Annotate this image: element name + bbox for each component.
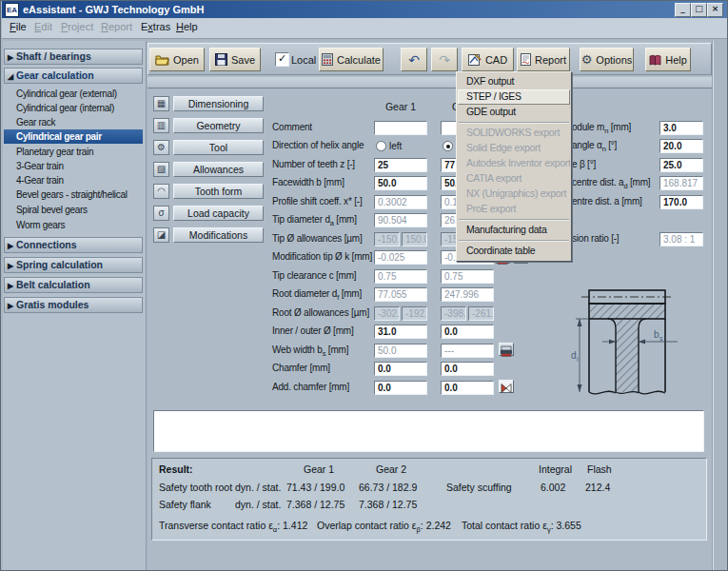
modifications-button[interactable]: Modifications bbox=[173, 227, 264, 243]
safety-tooth-root-gear2-value: 66.73 / 182.9 bbox=[359, 482, 417, 493]
report-document-icon bbox=[521, 53, 531, 66]
geometry-icon[interactable]: ▥ bbox=[153, 118, 169, 133]
chamfer-gear2-field[interactable]: 0.0 bbox=[441, 362, 494, 376]
sidebar-item-gear-rack[interactable]: Gear rack bbox=[4, 115, 143, 129]
sidebar-item-3-gear-train[interactable]: 3-Gear train bbox=[4, 159, 143, 173]
gear-icon: ⚙ bbox=[581, 52, 593, 67]
dimensioning-icon[interactable]: ▦ bbox=[153, 96, 169, 111]
centre-distance-field[interactable]: 170.0 bbox=[659, 195, 703, 209]
cad-drawing-icon bbox=[468, 53, 482, 66]
allowances-button[interactable]: Allowances bbox=[173, 162, 264, 177]
helix-direction-gear1-radio[interactable] bbox=[376, 141, 386, 151]
add-chamfer-gear1-field[interactable]: 0.0 bbox=[374, 381, 427, 395]
calculate-button[interactable]: Calculate bbox=[319, 48, 384, 71]
comment-gear1-field[interactable] bbox=[374, 121, 427, 135]
menu-item-proe-export: ProE export bbox=[458, 202, 570, 217]
tooth-form-icon[interactable]: ◠ bbox=[153, 184, 169, 199]
redo-button: ↷ bbox=[431, 48, 458, 71]
save-button[interactable]: Save bbox=[209, 48, 261, 71]
menu-item-coordinate-table[interactable]: Coordinate table bbox=[458, 244, 570, 259]
add-chamfer-gear2-field[interactable]: 0.0 bbox=[441, 381, 494, 395]
facewidth-gear1-field[interactable]: 50.0 bbox=[374, 176, 427, 190]
helix-direction-gear2-radio[interactable] bbox=[443, 141, 453, 151]
safety-tooth-root-gear1-value: 71.43 / 199.0 bbox=[286, 482, 344, 493]
sidebar-item-4-gear-train[interactable]: 4-Gear train bbox=[4, 173, 143, 187]
open-button[interactable]: Open bbox=[149, 48, 205, 71]
cad-button[interactable]: CAD bbox=[462, 48, 514, 71]
cad-dropdown-menu: DXF output STEP / IGES GDE output SOLIDW… bbox=[456, 71, 572, 262]
tool-icon[interactable]: ⚙ bbox=[153, 140, 169, 155]
menu-extras[interactable]: Extras bbox=[141, 21, 170, 32]
minimize-button[interactable]: _ bbox=[675, 3, 691, 17]
helix-angle-field[interactable]: 25.0 bbox=[659, 158, 703, 172]
menu-item-dxf-output[interactable]: DXF output bbox=[458, 74, 570, 89]
transmission-ratio-field: 3.08 : 1 bbox=[659, 232, 703, 246]
safety-scuffing-label: Safety scuffing bbox=[446, 482, 512, 493]
safety-flank-gear1-value: 7.368 / 12.75 bbox=[286, 499, 344, 510]
menu-item-autodesk-inventor-export: Autodesk Inventor export bbox=[458, 156, 570, 171]
normal-module-field[interactable]: 3.0 bbox=[659, 121, 703, 135]
inner-outer-diameter-gear1-field[interactable]: 31.0 bbox=[374, 325, 427, 339]
root-allowance-gear2-upper-field: -261.0 bbox=[468, 306, 494, 321]
sidebar-section-gratis-modules[interactable]: ▶Gratis modules bbox=[4, 297, 143, 313]
pressure-angle-field[interactable]: 20.0 bbox=[659, 139, 703, 153]
results-integral-header: Integral bbox=[539, 463, 572, 475]
redo-icon: ↷ bbox=[439, 52, 450, 68]
sidebar-section-shaft-bearings[interactable]: ▶Shaft / bearings bbox=[4, 49, 143, 65]
options-button[interactable]: ⚙ Options bbox=[580, 48, 634, 71]
safety-scuffing-flash-value: 212.4 bbox=[585, 482, 610, 493]
menu-separator bbox=[459, 122, 569, 124]
maximize-button[interactable]: □ bbox=[691, 3, 707, 17]
reference-centre-distance-field: 168.817 bbox=[659, 176, 703, 190]
teeth-gear1-field[interactable]: 25 bbox=[374, 158, 427, 172]
mode-label: dyn. / stat. bbox=[235, 499, 281, 510]
menu-file[interactable]: File bbox=[10, 21, 27, 32]
tip-allowance-gear1-upper-field: 150.0 bbox=[402, 232, 427, 246]
load-capacity-button[interactable]: Load capacity bbox=[173, 206, 264, 221]
load-capacity-icon[interactable]: σ bbox=[153, 206, 169, 221]
close-button[interactable]: × bbox=[707, 3, 723, 17]
safety-flank-gear2-value: 7.368 / 12.75 bbox=[359, 499, 417, 510]
sidebar-item-worm-gears[interactable]: Worm gears bbox=[4, 218, 143, 232]
tooth-form-button[interactable]: Tooth form bbox=[173, 184, 264, 199]
sidebar-item-cylindrical-gear-internal[interactable]: Cylindrical gear (internal) bbox=[4, 101, 143, 115]
sidebar-item-bevel-gears[interactable]: Bevel gears - straight/helical bbox=[4, 187, 143, 202]
tool-button[interactable]: Tool bbox=[173, 140, 264, 155]
sidebar-item-cylindrical-gear-external[interactable]: Cylindrical gear (external) bbox=[4, 87, 143, 101]
allowances-icon[interactable]: ▨ bbox=[153, 162, 169, 177]
svg-text:d: d bbox=[571, 350, 577, 361]
chamfer-gear1-field[interactable]: 0.0 bbox=[374, 362, 427, 376]
lock-icon[interactable] bbox=[499, 343, 514, 356]
sidebar-item-cylindrical-gear-pair[interactable]: Cylindrical gear pair bbox=[4, 129, 143, 144]
root-allowance-gear1-lower-field: -302.2 bbox=[374, 306, 400, 321]
help-button[interactable]: Help bbox=[645, 48, 691, 71]
menu-item-solidworks-export: SOLIDWORKS export bbox=[458, 126, 570, 141]
field-label: Modification tip Ø k [mm] bbox=[272, 251, 372, 262]
field-label: Direction of helix angle bbox=[272, 140, 364, 150]
chamfer-icon[interactable] bbox=[499, 380, 514, 393]
total-contact-ratio: Total contact ratio εγ: 3.655 bbox=[462, 520, 581, 534]
field-label: Root diameter df [mm] bbox=[272, 288, 362, 302]
root-allowance-gear2-lower-field: -398.3 bbox=[441, 306, 466, 321]
local-checkbox[interactable]: ✓ bbox=[275, 52, 289, 67]
menu-help[interactable]: Help bbox=[176, 21, 198, 32]
menu-project: Project bbox=[61, 21, 93, 32]
report-button[interactable]: Report bbox=[517, 48, 570, 71]
sidebar-item-planetary-gear-train[interactable]: Planetary gear train bbox=[4, 145, 143, 159]
dimensioning-button[interactable]: Dimensioning bbox=[173, 96, 264, 111]
sidebar-section-connections[interactable]: ▶Connections bbox=[4, 237, 143, 253]
menu-item-gde-output[interactable]: GDE output bbox=[458, 105, 570, 120]
modifications-icon[interactable]: ◪ bbox=[153, 227, 169, 243]
menu-bar: File Edit Project Report Extras Help bbox=[2, 18, 728, 39]
sidebar-section-gear-calculation[interactable]: ◢Gear calculation bbox=[4, 68, 143, 84]
inner-outer-diameter-gear2-field[interactable]: 0.0 bbox=[441, 325, 494, 339]
sidebar-item-spiral-bevel-gears[interactable]: Spiral bevel gears bbox=[4, 203, 143, 217]
sidebar-section-belt-calculation[interactable]: ▶Belt calculation bbox=[4, 277, 143, 293]
undo-button[interactable]: ↶ bbox=[401, 48, 427, 71]
svg-text:i: i bbox=[577, 356, 579, 363]
panel-divider bbox=[148, 77, 712, 89]
menu-item-step-iges[interactable]: STEP / IGES bbox=[458, 89, 570, 105]
sidebar-section-spring-calculation[interactable]: ▶Spring calculation bbox=[4, 257, 143, 273]
menu-item-manufacturing-data[interactable]: Manufacturing data bbox=[458, 223, 570, 238]
geometry-button[interactable]: Geometry bbox=[173, 118, 264, 133]
